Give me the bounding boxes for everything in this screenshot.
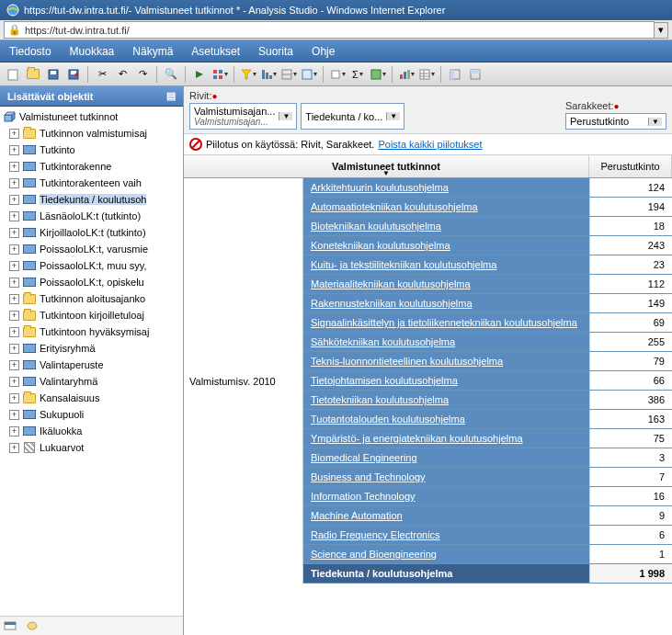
tree-node[interactable]: +Sukupuoli	[2, 406, 181, 423]
tree-expand-icon[interactable]: +	[9, 211, 19, 221]
category-cell[interactable]: Rakennustekniikan koulutusohjelma	[303, 294, 589, 312]
new-button[interactable]	[4, 65, 22, 84]
tree-node[interactable]: +Lukuarvot	[2, 439, 181, 456]
tree-expand-icon[interactable]: +	[9, 294, 19, 304]
calc-button[interactable]: ▾	[300, 65, 318, 84]
tree-node[interactable]: +Kansalaisuus	[2, 390, 181, 406]
category-cell[interactable]: Ympäristö- ja energiatekniikan koulutuso…	[303, 429, 589, 448]
tree-node[interactable]: +LäsnäoloLK:t (tutkinto)	[2, 208, 181, 224]
tree-expand-icon[interactable]: +	[9, 327, 19, 337]
grid-value-header[interactable]: Perustutkinto	[589, 155, 672, 177]
footer-icon-1[interactable]	[4, 620, 18, 631]
layout1-button[interactable]	[446, 65, 464, 84]
undo-button[interactable]: ↶	[113, 65, 131, 84]
menu-tiedosto[interactable]: Tiedosto	[0, 40, 61, 62]
category-cell[interactable]: Information Technology	[303, 487, 589, 505]
run-button[interactable]	[190, 65, 209, 84]
tree-node[interactable]: +Tutkintoon kirjoilletuloaj	[2, 307, 181, 323]
category-cell[interactable]: Biotekniikan koulutusohjelma	[303, 217, 589, 235]
top-button[interactable]: ▾	[328, 65, 347, 84]
address-input[interactable]: 🔒 https://tut-dw.intra.tut.fi/	[4, 21, 655, 39]
category-cell[interactable]: Tietotekniikan koulutusohjelma	[303, 391, 589, 409]
sidebar-menu-icon[interactable]: ▤	[166, 90, 176, 102]
tree-expand-icon[interactable]: +	[9, 393, 19, 403]
category-cell[interactable]: Arkkitehtuurin koulutusohjelma	[303, 178, 589, 197]
tree-node[interactable]: +PoissaoloLK:t, varusmie	[2, 241, 181, 257]
tree-node[interactable]: +Valintaryhmä	[2, 373, 181, 390]
chart-button[interactable]: ▾	[397, 65, 416, 84]
category-cell[interactable]: Biomedical Engineering	[303, 448, 589, 467]
category-cell[interactable]: Science and Bioengineering	[303, 545, 589, 563]
tree-node[interactable]: +Tutkinto	[2, 142, 181, 158]
remove-hides-link[interactable]: Poista kaikki piilotukset	[378, 139, 482, 150]
category-cell[interactable]: Kuitu- ja tekstiilitekniikan koulutusohj…	[303, 255, 589, 274]
category-cell[interactable]: Machine Automation	[303, 506, 589, 525]
tree-node[interactable]: +Ikäluokka	[2, 423, 181, 439]
col-filter-1[interactable]: Perustutkinto ▼	[565, 113, 666, 130]
category-cell[interactable]: Sähkötekniikan koulutusohjelma	[303, 333, 589, 351]
redo-button[interactable]: ↷	[133, 65, 152, 84]
row-filter-2[interactable]: Tiedekunta / ko... ▼	[301, 103, 404, 130]
tree-node[interactable]: +Tutkinnon aloitusajanko	[2, 290, 181, 307]
category-cell[interactable]: Konetekniikan koulutusohjelma	[303, 236, 589, 255]
category-cell[interactable]: Automaatiotekniikan koulutusohjelma	[303, 198, 589, 216]
save-button[interactable]	[44, 65, 63, 84]
tree-expand-icon[interactable]: +	[9, 426, 19, 437]
tree-expand-icon[interactable]: +	[9, 178, 19, 188]
save-as-button[interactable]: *	[64, 65, 83, 84]
tree-expand-icon[interactable]: +	[9, 344, 19, 354]
menu-ohje[interactable]: Ohje	[302, 40, 344, 62]
tree-node[interactable]: +Erityisryhmä	[2, 340, 181, 357]
tree-node[interactable]: +Tutkintoon hyväksymisaj	[2, 323, 181, 340]
tree-expand-icon[interactable]: +	[9, 129, 19, 139]
total-label-cell[interactable]: Tiedekunta / koulutusohjelma	[303, 564, 589, 583]
summarize-button[interactable]: Σ▾	[348, 65, 367, 84]
category-cell[interactable]: Tietojohtamisen koulutusohjelma	[303, 371, 589, 390]
grid-main-header[interactable]: Valmistuneet tutkinnot ▼	[184, 155, 589, 177]
tree-expand-icon[interactable]: +	[9, 244, 19, 255]
pivot-button[interactable]: ▾	[211, 65, 229, 84]
filter-button[interactable]: ▾	[239, 65, 257, 84]
subtotal-button[interactable]: ▾	[279, 65, 298, 84]
grid-button[interactable]: ▾	[417, 65, 436, 84]
category-cell[interactable]: Business and Technology	[303, 468, 589, 486]
category-cell[interactable]: Tuotantotalouden koulutusohjelma	[303, 410, 589, 428]
tree-expand-icon[interactable]: +	[9, 261, 19, 271]
row-filter-1[interactable]: Valmistumisajan... Valmistumisajan... ▼	[189, 103, 297, 130]
tree-expand-icon[interactable]: +	[9, 195, 19, 205]
tree-node[interactable]: +Valintaperuste	[2, 357, 181, 373]
category-cell[interactable]: Radio Frequency Electronics	[303, 526, 589, 544]
tree-expand-icon[interactable]: +	[9, 145, 19, 155]
tree-expand-icon[interactable]: +	[9, 360, 19, 370]
tree-expand-icon[interactable]: +	[9, 377, 19, 387]
tree-node[interactable]: +PoissaoloLK:t, opiskelu	[2, 274, 181, 290]
sort-button[interactable]: ▾	[259, 65, 278, 84]
footer-icon-2[interactable]	[26, 620, 40, 631]
open-button[interactable]	[24, 65, 42, 84]
menu-asetukset[interactable]: Asetukset	[182, 40, 249, 62]
menu-suorita[interactable]: Suorita	[249, 40, 302, 62]
cut-button[interactable]: ✂	[93, 65, 111, 84]
category-cell[interactable]: Materiaalitekniikan koulutusohjelma	[303, 275, 589, 293]
category-cell[interactable]: Teknis-luonnontieteellinen koulutusohjel…	[303, 352, 589, 370]
row-group-header[interactable]: Valmistumisv. 2010	[184, 178, 303, 584]
search-button[interactable]: 🔍	[162, 65, 180, 84]
tree-node[interactable]: +Tutkintorakenne	[2, 158, 181, 175]
custom-button[interactable]: ▾	[369, 65, 387, 84]
tree-node[interactable]: +Tiedekunta / koulutusoh	[2, 191, 181, 208]
tree-expand-icon[interactable]: +	[9, 410, 19, 420]
tree-node[interactable]: +PoissaoloLK:t, muu syy,	[2, 257, 181, 274]
category-cell[interactable]: Signaalinkäsittelyn ja tietoliikennetekn…	[303, 313, 589, 332]
tree-expand-icon[interactable]: +	[9, 228, 19, 238]
tree-expand-icon[interactable]: +	[9, 311, 19, 321]
tree-node[interactable]: +Tutkintorakenteen vaih	[2, 175, 181, 191]
menu-muokkaa[interactable]: Muokkaa	[61, 40, 124, 62]
menu-näkymä[interactable]: Näkymä	[123, 40, 182, 62]
layout2-button[interactable]	[466, 65, 484, 84]
address-dropdown-button[interactable]: ▾	[654, 22, 668, 39]
tree-expand-icon[interactable]: +	[9, 278, 19, 288]
tree-expand-icon[interactable]: +	[9, 443, 19, 453]
tree-expand-icon[interactable]: +	[9, 162, 19, 172]
tree-node[interactable]: +Tutkinnon valmistumisaj	[2, 125, 181, 142]
tree-root[interactable]: Valmistuneet tutkinnot	[2, 108, 181, 125]
